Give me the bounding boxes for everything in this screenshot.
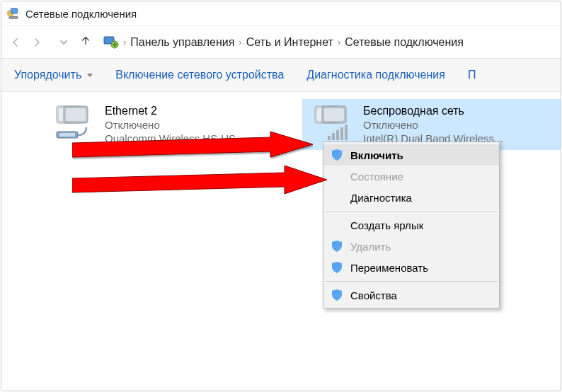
nav-forward-button[interactable]	[27, 33, 47, 52]
network-connections-icon	[7, 7, 20, 20]
svg-rect-18	[340, 127, 343, 140]
menu-create-shortcut[interactable]: Создать ярлык	[323, 214, 499, 236]
breadcrumb-item[interactable]: Панель управления	[130, 36, 234, 49]
content-area: Ethernet 2 Отключено Qualcomm Wireless H…	[1, 92, 561, 391]
diagnose-connection-button[interactable]: Диагностика подключения	[306, 69, 445, 81]
organize-label: Упорядочить	[14, 69, 81, 81]
svg-rect-8	[66, 108, 86, 121]
connection-device: Qualcomm Wireless HS-US...	[105, 132, 294, 144]
titlebar: Сетевые подключения	[1, 1, 561, 25]
toolbar-overflow[interactable]: П	[468, 69, 476, 81]
connection-status: Отключено	[363, 119, 552, 131]
menu-enable[interactable]: Включить	[323, 144, 499, 166]
svg-rect-19	[345, 125, 348, 140]
svg-rect-1	[11, 8, 17, 13]
menu-rename[interactable]: Переименовать	[323, 257, 499, 278]
organize-menu[interactable]: Упорядочить	[14, 69, 93, 81]
annotation-arrow	[72, 163, 327, 205]
chevron-right-icon: ›	[338, 37, 340, 47]
menu-separator	[325, 211, 498, 212]
menu-diagnostics-label: Диагностика	[350, 192, 412, 204]
nav-recent-dropdown[interactable]	[54, 33, 74, 52]
svg-rect-16	[332, 133, 335, 140]
chevron-right-icon: ›	[123, 37, 126, 47]
svg-rect-17	[336, 130, 339, 140]
svg-rect-14	[324, 108, 344, 121]
connection-item-ethernet[interactable]: Ethernet 2 Отключено Qualcomm Wireless H…	[44, 99, 302, 150]
breadcrumb-item[interactable]: Сеть и Интернет	[246, 36, 333, 49]
menu-state: Состояние	[323, 166, 499, 187]
enable-device-button[interactable]: Включение сетевого устройства	[115, 69, 284, 81]
svg-marker-21	[72, 166, 327, 194]
menu-properties-label: Свойства	[350, 289, 397, 301]
command-bar: Упорядочить Включение сетевого устройств…	[1, 58, 561, 92]
shield-icon	[331, 149, 343, 161]
menu-delete-label: Удалить	[350, 241, 391, 253]
svg-rect-2	[9, 17, 18, 19]
window-title: Сетевые подключения	[25, 8, 137, 20]
shield-icon	[331, 261, 343, 274]
nav-row: › Панель управления › Сеть и Интернет › …	[1, 25, 561, 58]
menu-diagnostics[interactable]: Диагностика	[323, 187, 499, 208]
blank-icon	[331, 170, 343, 183]
blank-icon	[331, 191, 343, 204]
nav-up-button[interactable]	[79, 34, 92, 50]
ethernet-adapter-icon	[52, 105, 95, 143]
control-panel-icon	[103, 35, 119, 50]
svg-rect-15	[328, 136, 331, 140]
chevron-down-icon	[87, 74, 93, 77]
menu-properties[interactable]: Свойства	[323, 284, 499, 306]
breadcrumb[interactable]: › Панель управления › Сеть и Интернет › …	[123, 36, 556, 49]
shield-icon	[331, 240, 343, 253]
menu-enable-label: Включить	[350, 149, 403, 161]
blank-icon	[331, 219, 343, 231]
window: Сетевые подключения › Панель управления …	[1, 1, 561, 391]
menu-create-shortcut-label: Создать ярлык	[350, 219, 423, 231]
chevron-right-icon: ›	[239, 37, 241, 47]
context-menu: Включить Состояние Диагностика Создать я…	[323, 142, 500, 309]
breadcrumb-item[interactable]: Сетевые подключения	[345, 36, 464, 49]
menu-rename-label: Переименовать	[350, 262, 428, 274]
wireless-adapter-icon	[311, 105, 353, 143]
svg-rect-10	[59, 133, 75, 137]
connection-title: Беспроводная сеть	[363, 105, 552, 117]
connection-status: Отключено	[105, 119, 294, 131]
shield-icon	[331, 289, 343, 301]
menu-delete: Удалить	[323, 236, 499, 257]
nav-back-button[interactable]	[6, 33, 25, 52]
connection-title: Ethernet 2	[105, 105, 294, 117]
menu-state-label: Состояние	[350, 171, 403, 183]
menu-separator	[325, 281, 498, 282]
